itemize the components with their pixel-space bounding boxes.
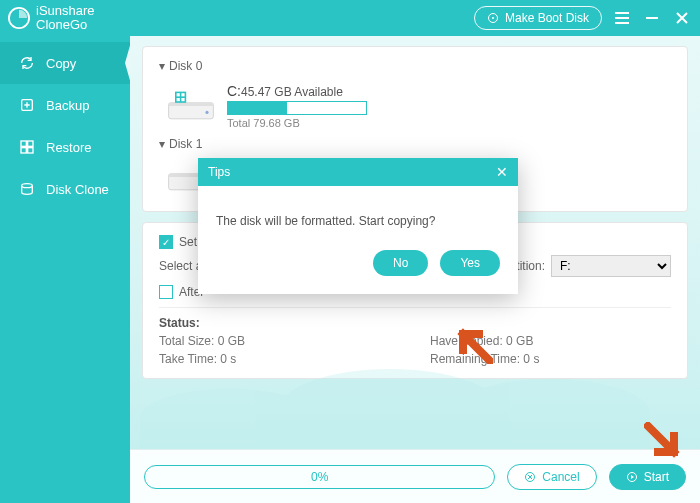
status-total: Total Size: 0 GB: [159, 334, 400, 348]
callout-arrow-yes: [449, 320, 493, 364]
cancel-icon: [524, 471, 536, 483]
cancel-label: Cancel: [542, 470, 579, 484]
svg-rect-17: [181, 98, 184, 101]
svg-rect-8: [28, 148, 33, 153]
drive-total: Total 79.68 GB: [227, 117, 671, 129]
close-icon: [676, 12, 688, 24]
minimize-icon: [646, 12, 658, 24]
svg-point-2: [492, 17, 494, 19]
app-logo: iSunshare CloneGo: [8, 4, 95, 32]
sidebar-item-copy[interactable]: Copy: [0, 42, 130, 84]
backup-icon: [18, 96, 36, 114]
svg-rect-14: [177, 93, 180, 96]
status-header: Status:: [159, 316, 671, 330]
decorative-scenery: [130, 379, 700, 449]
dialog-yes-button[interactable]: Yes: [440, 250, 500, 276]
disk-clone-icon: [18, 180, 36, 198]
status-take: Take Time: 0 s: [159, 352, 400, 366]
side-label: Backup: [46, 98, 89, 113]
side-label: Restore: [46, 140, 92, 155]
after-checkbox[interactable]: [159, 285, 173, 299]
disk1-header[interactable]: ▾ Disk 1: [159, 137, 671, 151]
svg-rect-6: [28, 141, 33, 146]
callout-arrow-start: [644, 422, 684, 462]
menu-button[interactable]: [612, 8, 632, 28]
dialog-no-button[interactable]: No: [373, 250, 428, 276]
side-label: Copy: [46, 56, 76, 71]
dialog-message: The disk will be formatted. Start copyin…: [198, 186, 518, 240]
app-window: iSunshare CloneGo Make Boot Disk Copy Ba…: [0, 0, 700, 503]
dialog-title: Tips: [208, 165, 230, 179]
disc-icon: [487, 12, 499, 24]
sidebar-item-backup[interactable]: Backup: [0, 84, 130, 126]
cancel-button[interactable]: Cancel: [507, 464, 596, 490]
start-button[interactable]: Start: [609, 464, 686, 490]
tips-dialog: Tips ✕ The disk will be formatted. Start…: [198, 158, 518, 294]
svg-rect-5: [21, 141, 26, 146]
svg-rect-11: [169, 103, 214, 106]
disk0-label: Disk 0: [169, 59, 202, 73]
disk0-header[interactable]: ▾ Disk 0: [159, 59, 671, 73]
sidebar-item-restore[interactable]: Restore: [0, 126, 130, 168]
app-name: iSunshare: [36, 4, 95, 18]
dialog-header: Tips ✕: [198, 158, 518, 186]
chevron-down-icon: ▾: [159, 137, 165, 151]
dialog-footer: No Yes: [198, 240, 518, 294]
minimize-button[interactable]: [642, 8, 662, 28]
boot-label: Make Boot Disk: [505, 11, 589, 25]
drive-icon: [167, 90, 215, 122]
close-button[interactable]: [672, 8, 692, 28]
partition-info: C:45.47 GB Available Total 79.68 GB: [227, 83, 671, 129]
sidebar-item-diskclone[interactable]: Disk Clone: [0, 168, 130, 210]
progress-text: 0%: [311, 470, 328, 484]
progress-bar: 0%: [144, 465, 495, 489]
drive-avail: 45.47 GB Available: [241, 85, 343, 99]
title-bar: iSunshare CloneGo Make Boot Disk: [0, 0, 700, 36]
no-label: No: [393, 256, 408, 270]
select-text-left: Select a: [159, 259, 202, 273]
dialog-close-button[interactable]: ✕: [496, 164, 508, 180]
app-logo-icon: [8, 7, 30, 29]
bottom-bar: 0% Cancel Start: [130, 449, 700, 503]
chevron-down-icon: ▾: [159, 59, 165, 73]
restore-icon: [18, 138, 36, 156]
play-icon: [626, 471, 638, 483]
svg-rect-3: [646, 17, 658, 19]
svg-rect-15: [181, 93, 184, 96]
disk1-label: Disk 1: [169, 137, 202, 151]
yes-label: Yes: [460, 256, 480, 270]
side-label: Disk Clone: [46, 182, 109, 197]
start-label: Start: [644, 470, 669, 484]
app-product: CloneGo: [36, 18, 95, 32]
disk0-partition-c[interactable]: C:45.47 GB Available Total 79.68 GB: [159, 79, 671, 137]
copy-icon: [18, 54, 36, 72]
drive-letter: C:: [227, 83, 241, 99]
svg-rect-7: [21, 148, 26, 153]
svg-point-9: [22, 184, 33, 188]
partition-select[interactable]: F:: [551, 255, 671, 277]
hamburger-icon: [615, 12, 629, 24]
svg-rect-16: [177, 98, 180, 101]
status-block: Status: Total Size: 0 GB Have Copied: 0 …: [159, 316, 671, 366]
make-boot-disk-button[interactable]: Make Boot Disk: [474, 6, 602, 30]
svg-point-12: [205, 111, 208, 114]
set-checkbox[interactable]: ✓: [159, 235, 173, 249]
sidebar: Copy Backup Restore Disk Clone: [0, 36, 130, 503]
usage-bar: [227, 101, 367, 115]
